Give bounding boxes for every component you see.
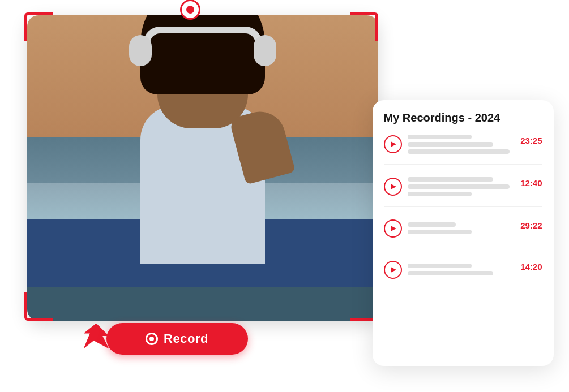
- recording-item: 14:20: [384, 261, 542, 289]
- play-button-1[interactable]: [384, 135, 402, 153]
- corner-bracket-top-right: [350, 12, 378, 41]
- record-circle-icon: [146, 333, 158, 345]
- recording-item: 23:25: [384, 135, 542, 165]
- corner-bracket-top-left: [24, 12, 53, 41]
- recordings-panel-title: My Recordings - 2024: [384, 111, 542, 124]
- record-dot: [186, 6, 194, 14]
- recording-lines-1: [408, 135, 515, 154]
- line-placeholder: [408, 149, 510, 154]
- headphone-left-ear: [129, 35, 152, 66]
- record-button-label: Record: [164, 331, 208, 346]
- recording-lines-4: [408, 264, 515, 275]
- line-placeholder: [408, 271, 494, 275]
- recording-duration-2: 12:40: [520, 178, 542, 188]
- play-icon-3: [391, 226, 396, 231]
- recording-duration-3: 29:22: [520, 221, 542, 230]
- headphone-right-ear: [254, 35, 276, 66]
- record-ring: [180, 0, 200, 20]
- recordings-panel: My Recordings - 2024 23:25: [373, 100, 554, 366]
- record-inner-dot: [149, 337, 154, 341]
- play-button-2[interactable]: [384, 178, 402, 196]
- recording-lines-2: [408, 177, 515, 196]
- play-icon-2: [391, 184, 396, 189]
- decorative-icon: [84, 324, 109, 349]
- corner-bracket-bottom-left: [24, 292, 53, 321]
- play-button-3[interactable]: [384, 219, 402, 238]
- main-scene: Record My Recordings - 2024 23:25: [16, 10, 554, 383]
- recording-duration-4: 14:20: [520, 262, 542, 272]
- line-placeholder: [408, 192, 472, 196]
- recording-item: 12:40: [384, 177, 542, 207]
- video-frame: [27, 15, 378, 321]
- line-placeholder: [408, 142, 494, 147]
- record-active-indicator: [180, 0, 200, 20]
- lightning-bird-icon: [84, 324, 109, 349]
- recording-lines-3: [408, 222, 515, 234]
- recording-info-3: [408, 222, 515, 234]
- line-placeholder: [408, 184, 510, 189]
- play-button-4[interactable]: [384, 261, 402, 279]
- line-placeholder: [408, 177, 494, 182]
- play-icon-4: [391, 267, 396, 273]
- recording-info-4: [408, 264, 515, 275]
- headphone-band: [143, 27, 262, 44]
- record-button[interactable]: Record: [106, 323, 248, 355]
- recording-item: 29:22: [384, 219, 542, 248]
- recording-duration-1: 23:25: [520, 136, 542, 145]
- play-icon-1: [391, 141, 396, 147]
- recording-info-1: [408, 135, 515, 154]
- line-placeholder: [408, 222, 456, 227]
- line-placeholder: [408, 264, 472, 268]
- line-placeholder: [408, 230, 472, 234]
- line-placeholder: [408, 135, 472, 139]
- recording-info-2: [408, 177, 515, 196]
